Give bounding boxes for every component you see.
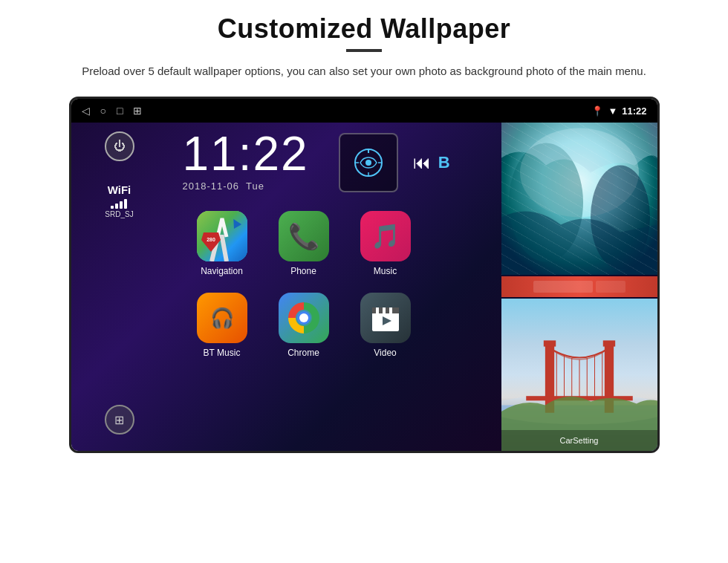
wifi-label: WiFi bbox=[108, 183, 131, 196]
svg-point-1 bbox=[365, 160, 371, 166]
status-bar-nav: ◁ ○ □ ⊞ bbox=[82, 105, 143, 117]
clock-area: 11:22 2018-11-06 Tue bbox=[168, 123, 501, 192]
wallpaper-previews: CarSetting bbox=[501, 123, 657, 451]
bluetooth-indicator: B bbox=[438, 153, 450, 172]
media-icon-box[interactable] bbox=[339, 133, 398, 192]
svg-point-8 bbox=[299, 313, 308, 322]
media-controls: ⏮ B bbox=[413, 152, 450, 173]
app-label-phone: Phone bbox=[290, 266, 316, 276]
app-label-bt-music: BT Music bbox=[204, 348, 241, 358]
app-item-bt-music[interactable]: 🎧 BT Music bbox=[181, 284, 263, 366]
wallpaper-ice-preview[interactable] bbox=[501, 123, 657, 275]
app-label-music: Music bbox=[374, 266, 397, 276]
wifi-widget: WiFi SRD_SJ bbox=[105, 183, 133, 218]
recents-icon[interactable]: □ bbox=[117, 105, 123, 117]
clock-time: 11:22 bbox=[183, 130, 309, 178]
app-grid: 280 ▲ Navigation 📞 Phone bbox=[168, 197, 501, 366]
wallpaper-middle-strip bbox=[501, 276, 657, 297]
clock-date: 2018-11-06 Tue bbox=[183, 180, 309, 192]
video-svg bbox=[366, 299, 405, 337]
phone-icon: 📞 bbox=[279, 211, 329, 261]
bt-music-icon: 🎧 bbox=[197, 293, 247, 343]
android-device-frame: ◁ ○ □ ⊞ 📍 ▼ 11:22 ⏻ WiFi bbox=[69, 97, 660, 453]
wifi-bar-3 bbox=[120, 201, 123, 209]
chrome-svg bbox=[285, 299, 323, 337]
svg-rect-24 bbox=[543, 340, 555, 346]
svg-rect-25 bbox=[602, 340, 614, 346]
video-icon bbox=[360, 293, 411, 343]
wifi-bar-1 bbox=[111, 206, 114, 209]
media-widget bbox=[339, 133, 398, 192]
svg-rect-11 bbox=[376, 307, 379, 313]
power-button[interactable]: ⏻ bbox=[105, 131, 134, 161]
center-content: 11:22 2018-11-06 Tue bbox=[168, 123, 501, 451]
gps-icon: 📍 bbox=[591, 105, 603, 117]
svg-rect-13 bbox=[389, 307, 392, 313]
wifi-icon: ▼ bbox=[608, 105, 617, 117]
apps-grid-icon: ⊞ bbox=[114, 413, 124, 427]
wifi-signal bbox=[111, 198, 127, 209]
golden-gate-svg bbox=[501, 299, 657, 451]
app-label-video: Video bbox=[374, 348, 396, 358]
nav-shield-svg: 280 bbox=[200, 231, 222, 253]
home-icon[interactable]: ○ bbox=[100, 105, 106, 117]
bluetooth-glyph: 🎧 bbox=[210, 307, 234, 330]
wifi-bar-4 bbox=[124, 199, 127, 209]
svg-rect-12 bbox=[383, 307, 386, 313]
apps-grid-button[interactable]: ⊞ bbox=[105, 405, 134, 435]
navigation-icon: 280 ▲ bbox=[197, 211, 247, 261]
music-icon: 🎵 bbox=[360, 211, 411, 261]
svg-text:280: 280 bbox=[207, 237, 215, 242]
phone-glyph: 📞 bbox=[288, 221, 319, 251]
app-item-phone[interactable]: 📞 Phone bbox=[263, 203, 345, 284]
wallpaper-city-preview[interactable] bbox=[501, 299, 657, 451]
music-glyph: 🎵 bbox=[371, 222, 400, 250]
status-bar: ◁ ○ □ ⊞ 📍 ▼ 11:22 bbox=[71, 99, 657, 123]
status-time: 11:22 bbox=[622, 105, 646, 117]
screenshot-icon[interactable]: ⊞ bbox=[133, 105, 142, 117]
app-item-chrome[interactable]: Chrome bbox=[263, 284, 345, 366]
app-label-chrome: Chrome bbox=[287, 348, 319, 358]
chrome-icon bbox=[279, 293, 329, 343]
power-icon: ⏻ bbox=[114, 140, 126, 153]
app-item-navigation[interactable]: 280 ▲ Navigation bbox=[181, 203, 263, 284]
page-subtitle: Preload over 5 default wallpaper options… bbox=[82, 62, 646, 80]
carsetting-text: CarSetting bbox=[560, 436, 599, 445]
prev-track-button[interactable]: ⏮ bbox=[413, 152, 431, 173]
app-item-music[interactable]: 🎵 Music bbox=[345, 203, 426, 284]
main-screen: ⏻ WiFi SRD_SJ ⊞ bbox=[71, 123, 657, 451]
app-item-video[interactable]: Video bbox=[345, 284, 426, 366]
carsetting-label-overlay: CarSetting bbox=[501, 430, 657, 451]
status-bar-right: 📍 ▼ 11:22 bbox=[591, 105, 646, 117]
wifi-network-name: SRD_SJ bbox=[105, 210, 133, 218]
wifi-bar-2 bbox=[115, 204, 118, 209]
left-sidebar: ⏻ WiFi SRD_SJ ⊞ bbox=[71, 123, 168, 451]
back-icon[interactable]: ◁ bbox=[82, 105, 90, 117]
title-divider bbox=[346, 49, 382, 52]
media-signal-icon bbox=[353, 147, 384, 178]
app-label-navigation: Navigation bbox=[201, 266, 243, 276]
page-title: Customized Wallpaper bbox=[218, 13, 511, 45]
